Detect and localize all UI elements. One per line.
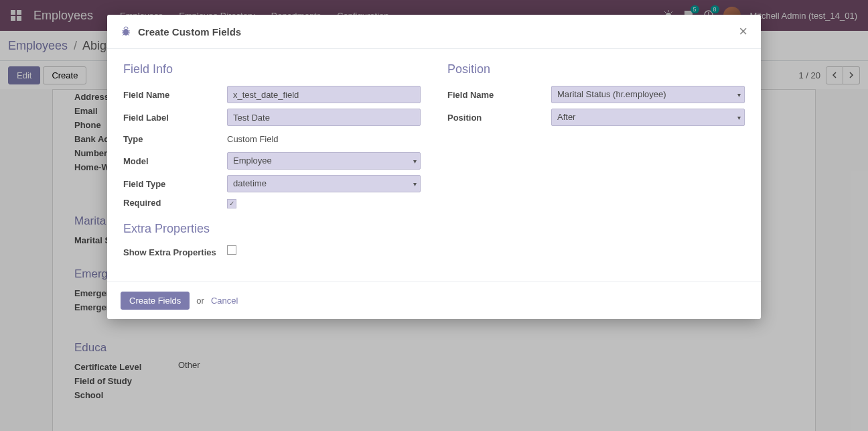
- label-position: Position: [447, 113, 551, 123]
- field-info-heading: Field Info: [123, 62, 421, 76]
- type-value: Custom Field: [227, 131, 421, 147]
- modal-footer: Create Fields or Cancel: [107, 282, 761, 319]
- modal-title: Create Custom Fields: [138, 26, 739, 38]
- modal-body: Field Info Field Name Field Label Type C…: [107, 49, 761, 282]
- create-fields-button[interactable]: Create Fields: [121, 292, 190, 310]
- label-model: Model: [123, 156, 227, 166]
- cancel-link[interactable]: Cancel: [211, 296, 238, 306]
- extra-properties-heading: Extra Properties: [123, 222, 421, 236]
- modal-header: Create Custom Fields ×: [107, 15, 761, 49]
- field-info-col: Field Info Field Name Field Label Type C…: [123, 62, 421, 263]
- label-field-label: Field Label: [123, 113, 227, 123]
- bug-icon: [121, 26, 131, 37]
- pos-field-name-select[interactable]: Marital Status (hr.employee): [551, 86, 745, 103]
- label-field-type: Field Type: [123, 179, 227, 189]
- footer-or: or: [196, 296, 204, 306]
- model-select[interactable]: Employee: [227, 152, 421, 170]
- field-label-input[interactable]: [227, 109, 421, 126]
- label-field-name: Field Name: [123, 90, 227, 100]
- close-button[interactable]: ×: [739, 24, 747, 39]
- field-name-input[interactable]: [227, 86, 421, 103]
- required-checkbox[interactable]: ✓: [227, 199, 236, 208]
- label-pos-field-name: Field Name: [447, 90, 551, 100]
- position-select[interactable]: After: [551, 109, 745, 126]
- position-heading: Position: [447, 62, 745, 76]
- position-col: Position Field Name Marital Status (hr.e…: [447, 62, 745, 263]
- label-show-extra: Show Extra Properties: [123, 245, 227, 257]
- label-type: Type: [123, 134, 227, 144]
- show-extra-checkbox[interactable]: [227, 245, 236, 255]
- field-type-select[interactable]: datetime: [227, 175, 421, 192]
- create-custom-fields-modal: Create Custom Fields × Field Info Field …: [107, 15, 761, 319]
- label-required: Required: [123, 198, 227, 208]
